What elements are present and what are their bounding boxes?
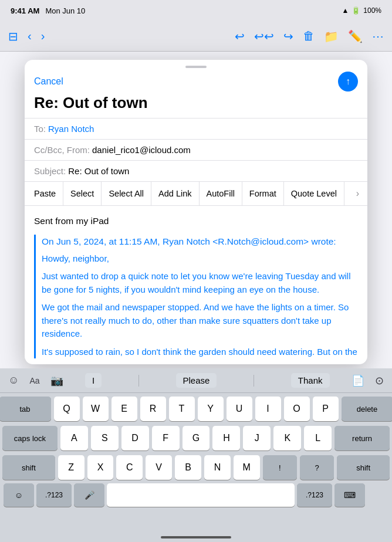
key-s[interactable]: S	[91, 426, 119, 450]
keyboard-row-1: tab Q W E R T Y U I O P delete	[2, 397, 390, 421]
suggestion-sep-1	[138, 375, 139, 387]
reply-all-icon[interactable]: ↩↩	[254, 29, 274, 43]
key-p[interactable]: P	[313, 397, 339, 421]
chevron-down-icon[interactable]: ›	[41, 29, 45, 43]
suggestion-sep-2	[254, 375, 254, 387]
return-key[interactable]: return	[334, 426, 390, 450]
key-j[interactable]: J	[243, 426, 271, 450]
from-value: daniel_rico1@icloud.com	[92, 145, 191, 155]
edit-toolbar: Paste Select Select All Add Link AutoFil…	[25, 181, 367, 206]
select-all-button[interactable]: Select All	[102, 182, 151, 205]
num-punct-left-key[interactable]: .?123	[36, 483, 72, 507]
app-toolbar: ⊟ ‹ › ↩ ↩↩ ↪ 🗑 📁 ✏️ ⋯	[0, 21, 392, 52]
key-a[interactable]: A	[60, 426, 88, 450]
shift-right-key[interactable]: shift	[337, 455, 390, 480]
doc-icon[interactable]: 📄	[348, 374, 368, 387]
camera-icon[interactable]: 📷	[47, 374, 67, 387]
suggestion-word-1[interactable]: I	[85, 373, 102, 388]
key-v[interactable]: V	[146, 455, 172, 480]
send-arrow-icon: ↑	[346, 76, 350, 87]
keyboard-row-2: caps lock A S D F G H J K L return	[2, 426, 390, 450]
format-button[interactable]: Format	[242, 182, 284, 205]
space-key[interactable]	[107, 483, 295, 507]
sidebar-icon[interactable]: ⊟	[8, 29, 18, 43]
sheet-handle	[25, 60, 367, 70]
subject-field: Subject: Re: Out of town	[25, 160, 367, 181]
caps-lock-key[interactable]: caps lock	[2, 426, 58, 450]
key-t[interactable]: T	[169, 397, 195, 421]
keyboard-rows: tab Q W E R T Y U I O P delete caps lock…	[0, 393, 392, 481]
home-indicator	[161, 536, 231, 538]
emoji-picker-icon[interactable]: ☺	[5, 374, 22, 387]
paste-button[interactable]: Paste	[27, 182, 63, 205]
compose-subject-title: Re: Out of town	[25, 92, 367, 118]
keyboard-bottom: ☺ .?123 🎤 .?123 ⌨	[0, 481, 392, 509]
emoji-key[interactable]: ☺	[4, 483, 34, 507]
select-button[interactable]: Select	[63, 182, 102, 205]
add-link-button[interactable]: Add Link	[151, 182, 199, 205]
quote-level-button[interactable]: Quote Level	[284, 182, 344, 205]
battery-icon: 🔋	[352, 6, 360, 15]
forward-icon[interactable]: ↪	[283, 29, 293, 43]
font-size-icon[interactable]: Aa	[26, 376, 43, 385]
cc-field: Cc/Bcc, From: daniel_rico1@icloud.com	[25, 139, 367, 160]
quoted-block: On Jun 5, 2024, at 11:15 AM, Ryan Notch …	[34, 235, 358, 358]
key-y[interactable]: Y	[198, 397, 224, 421]
key-o[interactable]: O	[284, 397, 310, 421]
sheet-header: Cancel ↑	[25, 70, 367, 92]
key-z[interactable]: Z	[58, 455, 85, 480]
more-icon[interactable]: ⋯	[372, 29, 384, 43]
question-key[interactable]: ?	[300, 455, 334, 480]
key-k[interactable]: K	[273, 426, 301, 450]
key-h[interactable]: H	[212, 426, 240, 450]
mic-key[interactable]: 🎤	[74, 483, 104, 507]
compose-body[interactable]: Sent from my iPad On Jun 5, 2024, at 11:…	[25, 206, 367, 364]
suggestion-word-3[interactable]: Thank	[291, 373, 330, 388]
key-w[interactable]: W	[83, 397, 109, 421]
key-i[interactable]: I	[255, 397, 281, 421]
keyboard-hide-key[interactable]: ⌨	[334, 483, 365, 507]
toolbar-right: ↩ ↩↩ ↪ 🗑 📁 ✏️ ⋯	[235, 29, 384, 43]
key-m[interactable]: M	[234, 455, 260, 480]
suggestion-word-2[interactable]: Please	[176, 373, 217, 388]
key-n[interactable]: N	[204, 455, 231, 480]
key-r[interactable]: R	[140, 397, 166, 421]
key-x[interactable]: X	[87, 455, 114, 480]
suggestions-center: I Please Thank	[67, 373, 348, 388]
delete-key[interactable]: delete	[342, 397, 393, 421]
reply-icon[interactable]: ↩	[235, 29, 245, 43]
key-e[interactable]: E	[111, 397, 137, 421]
battery-pct: 100%	[363, 6, 381, 15]
key-q[interactable]: Q	[54, 397, 80, 421]
send-button[interactable]: ↑	[338, 72, 358, 92]
exclaim-key[interactable]: !	[263, 455, 297, 480]
key-l[interactable]: L	[304, 426, 332, 450]
key-u[interactable]: U	[227, 397, 252, 421]
autofill-button[interactable]: AutoFill	[200, 182, 242, 205]
wifi-icon: ▲	[342, 6, 349, 15]
quoted-paragraph1: Howdy, neighbor, Just wanted to drop a q…	[42, 252, 358, 359]
suggestion-left: ☺ Aa 📷	[5, 374, 67, 387]
shift-left-key[interactable]: shift	[2, 455, 55, 480]
compose-icon[interactable]: ✏️	[348, 29, 363, 43]
key-f[interactable]: F	[152, 426, 180, 450]
keyboard: ☺ Aa 📷 I Please Thank 📄 ⊙ tab Q W E R T …	[0, 368, 392, 542]
sent-from-line: Sent from my iPad	[34, 214, 358, 228]
key-b[interactable]: B	[175, 455, 201, 480]
trash-icon[interactable]: 🗑	[303, 29, 315, 43]
status-icons: ▲ 🔋 100%	[342, 6, 381, 15]
folder-icon[interactable]: 📁	[324, 29, 339, 43]
handwriting-icon[interactable]: ⊙	[371, 374, 387, 387]
key-g[interactable]: G	[183, 426, 210, 450]
chevron-up-icon[interactable]: ‹	[28, 29, 32, 43]
status-time: 9:41 AM	[11, 6, 39, 15]
cancel-button[interactable]: Cancel	[34, 74, 63, 89]
to-value[interactable]: Ryan Notch	[48, 124, 94, 134]
toolbar-left: ⊟ ‹ ›	[8, 29, 45, 43]
key-d[interactable]: D	[121, 426, 149, 450]
key-c[interactable]: C	[116, 455, 143, 480]
num-punct-right-key[interactable]: .?123	[297, 483, 332, 507]
toolbar-chevron[interactable]: ›	[350, 185, 365, 202]
tab-key[interactable]: tab	[0, 397, 51, 421]
sheet-handle-bar	[185, 66, 207, 68]
